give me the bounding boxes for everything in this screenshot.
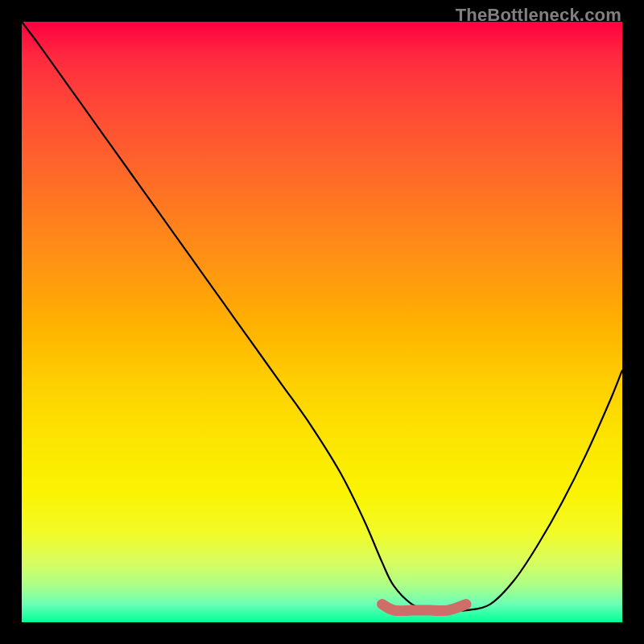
watermark-text: TheBottleneck.com <box>456 5 621 26</box>
chart-frame: TheBottleneck.com <box>0 0 644 644</box>
optimal-range-path <box>382 605 466 611</box>
bottleneck-curve-path <box>22 22 622 611</box>
plot-area <box>22 22 622 622</box>
curve-layer <box>22 22 622 622</box>
